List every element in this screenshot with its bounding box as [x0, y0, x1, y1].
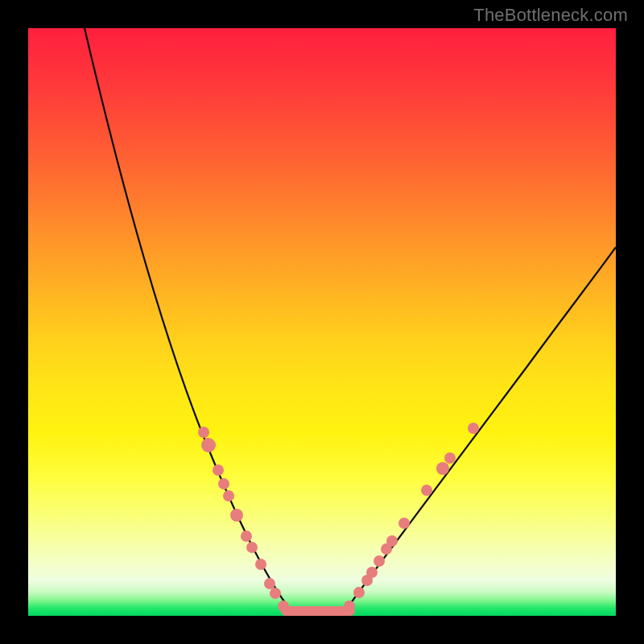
marker-dot	[353, 587, 365, 598]
marker-dot	[374, 555, 385, 567]
outer-frame: TheBottleneck.com	[0, 0, 644, 644]
marker-dot	[421, 485, 432, 496]
marker-dot	[201, 438, 216, 452]
marker-dot	[398, 518, 410, 529]
marker-dot	[218, 478, 229, 489]
marker-dot	[344, 601, 355, 612]
marker-dot	[255, 559, 266, 570]
marker-dot	[198, 427, 209, 438]
marker-dots	[198, 423, 479, 612]
curve-left	[85, 28, 290, 609]
marker-dot	[270, 588, 281, 599]
marker-dot	[436, 462, 449, 475]
marker-dot	[246, 542, 258, 553]
chart-svg	[28, 28, 616, 616]
marker-dot	[366, 567, 378, 578]
marker-dot	[213, 464, 224, 476]
marker-dot	[278, 601, 289, 612]
marker-dot	[444, 452, 456, 464]
marker-dot	[223, 490, 234, 502]
marker-dot	[386, 535, 398, 547]
curve-right	[346, 247, 616, 609]
marker-dot	[468, 423, 479, 434]
marker-dot	[230, 509, 243, 522]
marker-dot	[264, 578, 275, 589]
plot-area	[28, 28, 616, 616]
watermark-text: TheBottleneck.com	[473, 5, 628, 26]
marker-dot	[241, 530, 252, 542]
